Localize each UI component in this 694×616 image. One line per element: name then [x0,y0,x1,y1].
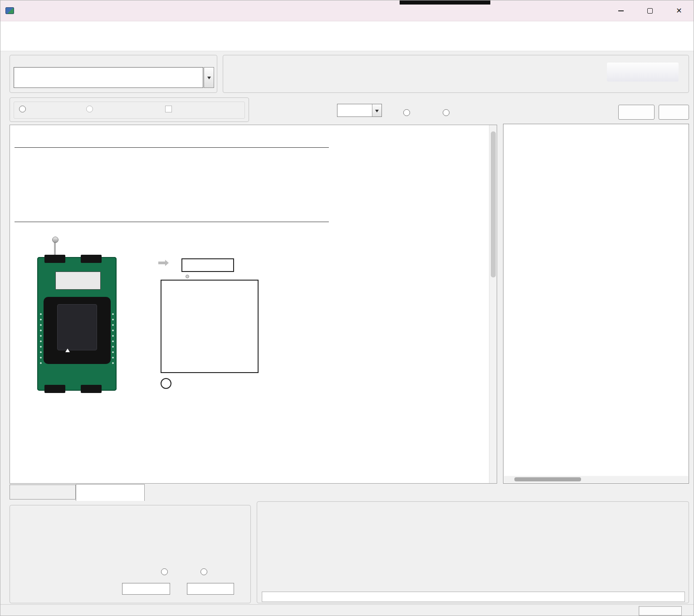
scrollbar-thumb[interactable] [491,131,496,277]
bga-socket [44,297,111,364]
checkbox-icon [165,106,172,112]
not-connect-note [184,275,191,278]
app-icon [5,7,14,14]
save-log-button[interactable] [618,105,655,120]
bga-ball-grid [161,280,259,373]
screen-artifact [400,0,490,5]
window-controls [606,0,694,21]
not-connect-circle-icon [186,275,189,278]
clear-button[interactable] [659,105,689,120]
isp-connector [181,258,234,272]
pcb-via-dots [39,311,43,366]
toolbar [0,36,694,51]
xgecu-pro-logo [607,63,679,82]
arrow-right-icon [158,262,165,264]
status-bar [0,604,694,616]
pin-strip-right [278,258,300,399]
16-bits-radio[interactable] [443,109,453,116]
options-group [10,505,251,603]
a1-triangle-icon [65,349,70,352]
menu-bar [0,21,694,36]
horizontal-scrollbar[interactable] [504,476,688,483]
icsp-port-radio [86,106,96,112]
set-interface-inner-box [14,102,245,119]
zif-socket-radio[interactable] [19,106,29,112]
vcc-imax-select[interactable] [337,104,382,117]
radio-icon [19,106,26,112]
ic-select-dropdown-button[interactable] [204,67,214,88]
minimize-button[interactable] [606,0,635,21]
radio-icon [443,109,450,116]
radio-icon [200,568,207,575]
addr-range-all-radio[interactable] [161,568,171,575]
addr-from-input[interactable] [122,583,170,595]
addr-range-sect-radio[interactable] [200,568,210,575]
maximize-button[interactable] [635,0,665,21]
ic-select-combo[interactable] [14,67,203,88]
divider [15,222,329,222]
vertical-scrollbar[interactable] [489,125,497,483]
tab-device-info[interactable] [76,484,145,501]
pcb-connector-block [81,385,102,393]
divider [15,147,329,148]
radio-icon [86,106,93,112]
chevron-down-icon[interactable] [372,104,381,116]
minimize-icon [618,10,624,11]
pcb-connector-block [44,385,65,393]
select-ic-group [10,55,217,93]
ic-config-group [257,501,689,603]
close-icon [676,6,682,15]
close-button[interactable] [665,0,694,21]
radio-icon [161,568,168,575]
8-bits-radio[interactable] [403,109,413,116]
addr-to-input[interactable] [187,583,234,595]
adapter-pcb-photo [37,257,117,391]
icsp-vcc-checkbox [165,106,175,112]
ic-info-group [223,55,689,93]
bga-socket-cavity [57,304,97,350]
pcb-connector-block [81,255,102,263]
a1-corner-marker [161,378,171,389]
title-bar [0,0,694,21]
pcb-via-dots [111,311,115,366]
log-panel [503,124,689,484]
pin-strip-left [129,258,152,399]
status-code [639,606,682,616]
tab-flash[interactable] [10,485,76,500]
pcb-pull-pin [54,241,56,256]
ic-config-field[interactable] [262,592,685,602]
pcb-connector-block [44,255,65,263]
radio-icon [403,109,410,116]
pcb-pin-header [55,272,101,290]
device-info-panel [10,125,497,484]
set-interface-group [10,97,249,122]
maximize-icon [647,8,653,14]
scrollbar-thumb[interactable] [514,477,581,481]
xgpro-window [0,0,694,616]
